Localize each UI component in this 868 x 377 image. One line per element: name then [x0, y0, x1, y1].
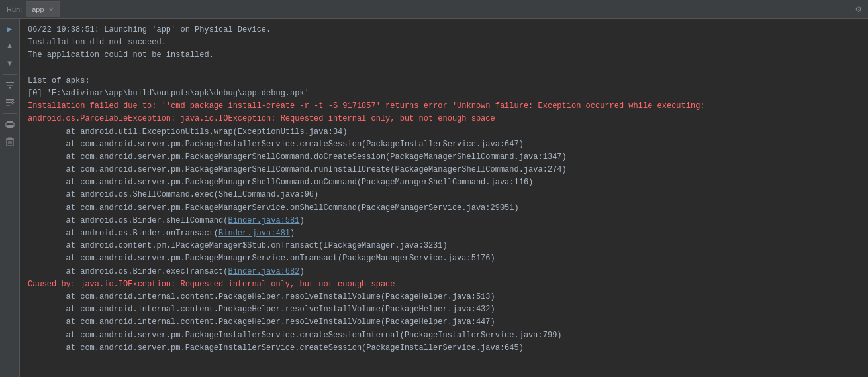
tab-name: app	[32, 5, 44, 13]
log-line: android.os.ParcelableException: java.io.…	[28, 113, 860, 125]
scroll-up-button[interactable]: ▲	[2, 38, 18, 54]
stack-trace-link[interactable]: Binder.java:682	[228, 267, 299, 276]
toolbar-separator-2	[3, 113, 17, 114]
app-tab[interactable]: app ✕	[26, 1, 59, 17]
svg-rect-3	[6, 99, 14, 101]
log-line: at com.android.server.pm.PackageInstalle…	[28, 138, 860, 151]
toolbar-separator-1	[3, 74, 17, 75]
run-label: Run:	[3, 5, 26, 13]
tab-close-button[interactable]: ✕	[48, 6, 54, 13]
log-line: at com.android.internal.content.PackageH…	[28, 291, 860, 303]
log-line: at android.util.ExceptionUtils.wrap(Exce…	[28, 126, 860, 138]
print-button[interactable]	[2, 117, 18, 133]
tab-bar: Run: app ✕ ⚙	[0, 0, 868, 19]
stack-trace-link[interactable]: Binder.java:581	[228, 216, 299, 225]
log-line: at com.android.server.pm.PackageInstalle…	[28, 329, 860, 342]
log-line: at com.android.server.pm.PackageManagerS…	[28, 252, 860, 265]
svg-rect-1	[7, 85, 13, 86]
log-line: Installation did not succeed.	[28, 36, 860, 49]
svg-rect-15	[8, 138, 12, 139]
filter-icon	[5, 81, 15, 90]
filter-button[interactable]	[2, 78, 18, 93]
tab-bar-left: Run: app ✕	[3, 1, 60, 17]
log-line: The application could not be installed.	[28, 49, 860, 62]
log-area[interactable]: 06/22 19:38:51: Launching 'app' on Physi…	[20, 19, 868, 377]
stack-trace-link[interactable]: Binder.java:481	[218, 229, 290, 238]
log-line: at com.android.server.pm.PackageInstalle…	[28, 342, 860, 354]
log-line: at com.android.server.pm.PackageManagerS…	[28, 202, 860, 215]
log-line: Caused by: java.io.IOException: Requeste…	[28, 278, 860, 291]
log-line: at com.android.server.pm.PackageManagerS…	[28, 151, 860, 164]
svg-rect-8	[7, 125, 13, 128]
scroll-down-button[interactable]: ▼	[2, 56, 18, 72]
log-line: at com.android.server.pm.PackageManagerS…	[28, 176, 860, 189]
log-line: at com.android.internal.content.PackageH…	[28, 316, 860, 329]
log-line: [0] 'E:\adivinar\app\build\outputs\apk\d…	[28, 87, 860, 100]
svg-rect-4	[6, 102, 12, 103]
print-icon	[5, 120, 15, 129]
svg-rect-5	[6, 105, 10, 106]
log-line: at android.os.Binder.execTransact(Binder…	[28, 266, 860, 278]
svg-rect-2	[9, 87, 11, 89]
tab-bar-right: ⚙	[852, 3, 865, 15]
svg-rect-0	[6, 82, 14, 83]
log-line: at com.android.server.pm.PackageManagerS…	[28, 164, 860, 176]
log-line: at android.os.Binder.shellCommand(Binder…	[28, 215, 860, 227]
play-button[interactable]: ▶	[2, 21, 18, 37]
log-line: at android.os.ShellCommand.exec(ShellCom…	[28, 189, 860, 201]
gear-icon[interactable]: ⚙	[852, 3, 865, 15]
wrap-icon	[5, 98, 15, 107]
log-line: 06/22 19:38:51: Launching 'app' on Physi…	[28, 24, 860, 36]
log-line: List of apks:	[28, 75, 860, 87]
clear-button[interactable]	[2, 134, 18, 150]
log-line: at android.content.pm.IPackageManager$St…	[28, 240, 860, 252]
log-line: at android.os.Binder.onTransact(Binder.j…	[28, 227, 860, 240]
log-line: Installation failed due to: ''cmd packag…	[28, 100, 860, 113]
svg-rect-9	[7, 124, 9, 125]
wrap-button[interactable]	[2, 95, 18, 111]
log-line	[28, 62, 860, 75]
log-line: at com.android.internal.content.PackageH…	[28, 303, 860, 316]
left-toolbar: ▶ ▲ ▼	[0, 19, 20, 377]
trash-icon	[5, 137, 15, 146]
main-area: ▶ ▲ ▼	[0, 19, 868, 377]
